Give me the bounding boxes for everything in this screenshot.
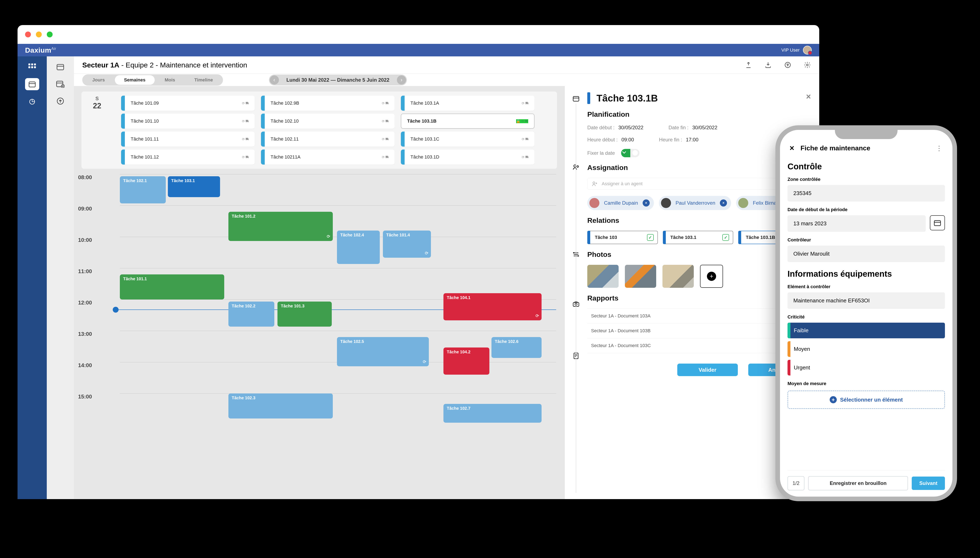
unplanned-card[interactable]: Tâche 101.10⟳ ⛟	[121, 113, 255, 129]
controller-field[interactable]: Olivier Maroulit	[788, 246, 945, 262]
unplanned-card[interactable]: Tâche 102.9B⟳ ⛟	[261, 96, 395, 111]
unplanned-card-selected[interactable]: Tâche 103.1B🔒 ⟳ ⛟	[401, 113, 534, 129]
relation-card[interactable]: Tâche 103.1✓	[663, 231, 733, 244]
task-card[interactable]: Tâche 101.2⟳	[228, 212, 333, 241]
date-range-label: Lundi 30 Mai 2022 — Dimanche 5 Juin 2022	[279, 77, 397, 83]
subnav-calendar-add-icon[interactable]	[54, 79, 67, 89]
period-date-field[interactable]: 13 mars 2023	[788, 215, 926, 232]
detail-header: Tâche 103.1B	[587, 92, 809, 104]
download-icon[interactable]	[765, 61, 772, 69]
photo-thumbnail[interactable]	[587, 265, 619, 288]
element-label: Elément à contrôler	[788, 284, 945, 289]
photo-thumbnail[interactable]	[662, 265, 694, 288]
validate-button[interactable]: Valider	[677, 364, 738, 376]
calendar-picker-button[interactable]	[930, 215, 945, 230]
mobile-title: Fiche de maintenance	[800, 144, 870, 152]
task-card[interactable]: Tâche 102.1	[120, 176, 166, 204]
save-draft-button[interactable]: Enregistrer en brouillon	[808, 476, 908, 490]
phone-notch	[835, 130, 898, 139]
task-card[interactable]: Tâche 101.4⟳	[383, 231, 431, 258]
task-card[interactable]: Tâche 102.5⟳	[337, 337, 429, 366]
minimize-window-button[interactable]	[36, 31, 42, 38]
settings-icon[interactable]	[804, 61, 811, 69]
close-panel-button[interactable]: ×	[806, 92, 811, 101]
mobile-close-button[interactable]: ×	[790, 144, 794, 153]
unplanned-card[interactable]: Tâche 103.1D⟳ ⛟	[401, 149, 534, 164]
card-status-icons: ⟳ ⛟	[522, 155, 529, 159]
close-window-button[interactable]	[25, 31, 31, 38]
measure-select-button[interactable]: + Sélectionner un élément	[788, 391, 945, 409]
mobile-more-button[interactable]: ⋮	[936, 144, 943, 152]
subnav-upload-icon[interactable]	[54, 96, 67, 106]
assignee-chip[interactable]: Camille Dupain×	[587, 196, 654, 210]
svg-rect-4	[31, 66, 33, 68]
add-photo-button[interactable]: +	[700, 265, 723, 288]
lock-date-toggle[interactable]	[621, 149, 639, 157]
unplanned-card[interactable]: Tâche 103.1A⟳ ⛟	[401, 96, 534, 111]
unplanned-card[interactable]: Tâche 10211A⟳ ⛟	[261, 149, 395, 164]
unplanned-card[interactable]: Tâche 102.10⟳ ⛟	[261, 113, 395, 129]
planning-times: Heure début :09:00 Heure fin :17:00	[587, 137, 809, 143]
zone-label: Zone contrôlée	[788, 177, 945, 182]
current-user-label: VIP User	[781, 48, 800, 53]
element-field[interactable]: Maintenance machine EF653OI	[788, 292, 945, 309]
next-week-button[interactable]: ›	[397, 75, 406, 85]
task-card[interactable]: Tâche 102.4	[337, 231, 380, 264]
section-node-planning-icon	[571, 94, 581, 103]
relation-card[interactable]: Tâche 103✓	[587, 231, 658, 244]
photo-thumbnail[interactable]	[625, 265, 656, 288]
card-status-icons: ⟳ ⛟	[242, 155, 249, 159]
assignee-chip[interactable]: Paul Vanderroven×	[659, 196, 731, 210]
next-button[interactable]: Suivant	[912, 476, 945, 490]
task-card[interactable]: Tâche 102.6	[492, 337, 542, 358]
svg-rect-6	[29, 82, 35, 87]
user-avatar[interactable]	[803, 46, 812, 54]
task-card[interactable]: Tâche 104.1⟳	[443, 293, 542, 320]
mobile-section-equipment: Informations équipements	[788, 269, 945, 279]
mobile-header: × Fiche de maintenance ⋮	[788, 138, 945, 158]
nav-calendar-icon[interactable]	[25, 78, 39, 90]
task-card[interactable]: Tâche 101.1	[120, 274, 224, 299]
day-indicator: S 22	[88, 96, 107, 164]
unplanned-card[interactable]: Tâche 101.12⟳ ⛟	[121, 149, 255, 164]
filter-icon[interactable]	[784, 61, 791, 69]
criticity-option-mid[interactable]: Moyen	[788, 341, 945, 357]
task-card[interactable]: Tâche 101.3	[277, 302, 332, 327]
calendar-icon	[934, 220, 941, 226]
subnav-calendar-icon[interactable]	[54, 62, 67, 72]
remove-chip-icon[interactable]: ×	[720, 199, 727, 207]
task-card[interactable]: Tâche 102.7	[443, 404, 542, 423]
svg-rect-31	[934, 220, 941, 226]
card-status-icons: ⟳ ⛟	[242, 101, 249, 105]
zoom-window-button[interactable]	[47, 31, 52, 38]
plus-icon: +	[707, 272, 716, 281]
check-icon: ✓	[647, 234, 654, 241]
criticity-option-low[interactable]: Faible	[788, 323, 945, 338]
unplanned-card[interactable]: Tâche 102.11⟳ ⛟	[261, 131, 395, 147]
primary-nav-rail	[18, 56, 47, 499]
remove-chip-icon[interactable]: ×	[642, 199, 650, 207]
nav-pie-icon[interactable]	[25, 96, 39, 108]
svg-rect-1	[31, 64, 33, 66]
unplanned-card[interactable]: Tâche 101.09⟳ ⛟	[121, 96, 255, 111]
period-date-label: Date de début de la période	[788, 207, 945, 212]
unplanned-card[interactable]: Tâche 101.11⟳ ⛟	[121, 131, 255, 147]
unplanned-card[interactable]: Tâche 103.1C⟳ ⛟	[401, 131, 534, 147]
tab-weeks[interactable]: Semaines	[115, 75, 155, 85]
user-add-icon	[592, 181, 598, 187]
mobile-section-control: Contrôle	[788, 162, 945, 171]
zone-field[interactable]: 235345	[788, 185, 945, 202]
prev-week-button[interactable]: ‹	[270, 75, 279, 85]
tab-days[interactable]: Jours	[83, 75, 114, 85]
tab-timeline[interactable]: Timeline	[185, 75, 222, 85]
task-card[interactable]: Tâche 102.3	[228, 394, 333, 419]
export-icon[interactable]	[745, 61, 752, 69]
task-card[interactable]: Tâche 104.2	[443, 348, 489, 375]
criticity-option-high[interactable]: Urgent	[788, 360, 945, 376]
breadcrumb: Secteur 1A - Equipe 2 - Maintenance et i…	[82, 61, 247, 69]
task-card[interactable]: Tâche 103.1	[168, 176, 220, 197]
task-card[interactable]: Tâche 102.2	[228, 302, 274, 327]
tab-months[interactable]: Mois	[156, 75, 184, 85]
planning-heading: Planification	[587, 110, 809, 118]
nav-grid-icon[interactable]	[25, 61, 39, 73]
